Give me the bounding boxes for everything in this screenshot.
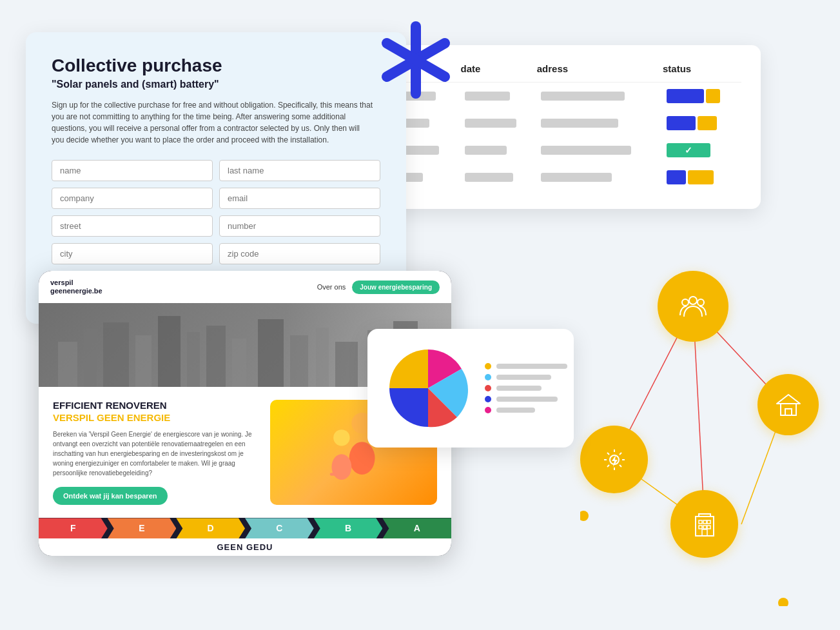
svg-rect-38 <box>699 520 702 524</box>
email-input[interactable] <box>219 188 380 209</box>
asterisk-decoration <box>374 18 458 102</box>
svg-rect-14 <box>335 342 358 387</box>
lastname-input[interactable] <box>219 160 380 181</box>
form-street-row <box>52 215 380 237</box>
svg-rect-7 <box>158 316 181 387</box>
number-input[interactable] <box>219 215 380 237</box>
zipcode-input[interactable] <box>219 243 380 264</box>
legend-item <box>485 385 567 391</box>
svg-rect-37 <box>699 514 710 517</box>
legend-bar <box>496 375 551 380</box>
node-people <box>658 271 728 342</box>
name-input[interactable] <box>52 160 213 181</box>
svg-rect-41 <box>699 526 702 529</box>
svg-line-52 <box>620 453 621 455</box>
col-address: adress <box>537 63 663 83</box>
svg-marker-33 <box>777 395 800 404</box>
col-status: status <box>663 63 741 83</box>
legend-item <box>485 363 567 369</box>
svg-point-31 <box>682 299 689 306</box>
svg-rect-12 <box>290 335 308 387</box>
website-text-block: EFFICIENT RENOVEREN VERSPIL GEEN ENERGIE… <box>53 400 257 505</box>
svg-rect-8 <box>187 332 200 387</box>
form-description: Sign up for the collective purchase for … <box>52 99 374 146</box>
svg-rect-13 <box>316 328 329 387</box>
legend-item <box>485 407 567 413</box>
svg-line-50 <box>607 453 609 455</box>
energy-e: E <box>108 518 177 538</box>
form-subtitle: "Solar panels and (smart) battery" <box>52 79 380 90</box>
svg-rect-11 <box>258 319 284 387</box>
website-logo: verspil geenenergie.be <box>50 279 103 295</box>
website-title2: VERSPIL GEEN ENERGIE <box>53 412 257 423</box>
table-row <box>380 164 741 191</box>
svg-rect-43 <box>707 526 710 529</box>
svg-point-28 <box>778 598 788 606</box>
svg-rect-10 <box>232 339 246 387</box>
city-input[interactable] <box>52 243 213 264</box>
energy-a: A <box>382 518 451 538</box>
svg-point-30 <box>689 297 697 304</box>
website-navbar: verspil geenenergie.be Over ons Jouw ene… <box>39 271 451 303</box>
node-house <box>757 374 819 435</box>
legend-item <box>485 374 567 380</box>
legend-bar <box>496 397 558 402</box>
svg-rect-4 <box>84 329 97 387</box>
legend-item <box>485 396 567 402</box>
node-energy <box>580 426 648 493</box>
website-cta-button[interactable]: Ontdek wat jij kan besparen <box>53 487 168 505</box>
legend-bar <box>496 364 567 369</box>
company-input[interactable] <box>52 188 213 209</box>
svg-line-51 <box>620 465 621 467</box>
street-input[interactable] <box>52 215 213 237</box>
website-body: Bereken via 'Verspil Geen Energie' de en… <box>53 429 257 478</box>
svg-rect-40 <box>707 520 710 524</box>
svg-point-20 <box>334 430 350 446</box>
legend-dot-red <box>485 385 491 391</box>
svg-rect-44 <box>702 529 707 536</box>
form-company-row <box>52 188 380 209</box>
nav-button-energie[interactable]: Jouw energiebesparing <box>352 281 440 294</box>
svg-point-21 <box>332 455 352 480</box>
pie-chart <box>383 343 473 433</box>
energy-f: F <box>39 518 108 538</box>
energy-rating-bar: F E D C B A <box>39 518 451 538</box>
pie-legend <box>485 363 567 413</box>
table-row: ✓ <box>380 137 741 164</box>
svg-rect-6 <box>135 335 151 387</box>
svg-point-29 <box>580 511 589 521</box>
form-name-row <box>52 160 380 181</box>
svg-rect-22 <box>330 473 350 477</box>
energy-d: D <box>176 518 245 538</box>
website-footer: GEEN GEDU <box>39 538 451 556</box>
form-title: Collective purchase <box>52 55 380 76</box>
svg-rect-9 <box>206 326 226 387</box>
form-city-row <box>52 243 380 264</box>
energy-c: C <box>245 518 314 538</box>
network-diagram <box>580 245 825 606</box>
svg-rect-5 <box>103 322 129 387</box>
legend-bar <box>496 408 535 413</box>
logo-line2: geenenergie.be <box>50 287 103 295</box>
legend-dot-blue <box>485 396 491 402</box>
legend-dot-teal <box>485 374 491 380</box>
energy-b: B <box>314 518 383 538</box>
legend-dot-yellow <box>485 363 491 369</box>
website-title1: EFFICIENT RENOVEREN <box>53 400 257 411</box>
svg-point-32 <box>698 299 704 306</box>
node-building <box>670 490 738 558</box>
svg-point-19 <box>349 442 375 475</box>
svg-rect-42 <box>703 526 707 529</box>
svg-line-53 <box>607 465 609 467</box>
svg-rect-3 <box>58 342 77 387</box>
pie-chart-card <box>367 329 574 448</box>
svg-rect-35 <box>785 409 792 415</box>
legend-bar <box>496 386 542 391</box>
svg-rect-36 <box>696 517 714 536</box>
website-nav-links: Over ons Jouw energiebesparing <box>317 281 440 294</box>
svg-marker-54 <box>612 455 618 467</box>
col-date: date <box>461 63 537 83</box>
table-row <box>380 110 741 137</box>
legend-dot-pink <box>485 407 491 413</box>
nav-link-over-ons: Over ons <box>317 283 346 291</box>
